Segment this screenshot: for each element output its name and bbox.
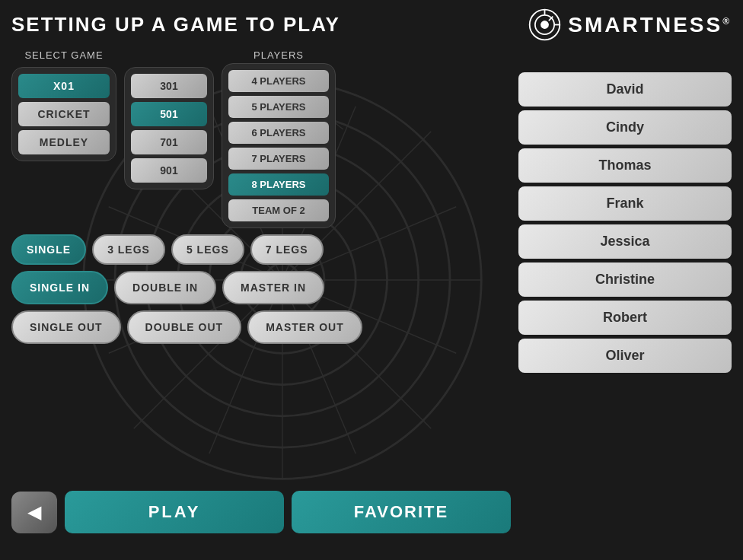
game-btn-cricket[interactable]: CRICKET — [18, 102, 110, 126]
player-count-5[interactable]: 5 PLAYERS — [228, 96, 329, 118]
game-type-section: SELECT GAME X01 CRICKET MEDLEY — [11, 49, 116, 161]
play-button[interactable]: PLAY — [65, 491, 284, 533]
left-panel: SELECT GAME X01 CRICKET MEDLEY 301 501 7… — [11, 49, 511, 533]
game-btn-x01[interactable]: X01 — [18, 74, 110, 98]
back-button[interactable]: ◀ — [11, 492, 57, 533]
out-master[interactable]: MASTER OUT — [247, 310, 362, 344]
player-christine[interactable]: Christine — [518, 262, 732, 297]
legs-single[interactable]: SINGLE — [11, 234, 86, 265]
player-count-8[interactable]: 8 PLAYERS — [228, 173, 329, 196]
legs-row: SINGLE 3 LEGS 5 LEGS 7 LEGS — [11, 234, 511, 265]
legs-5[interactable]: 5 LEGS — [171, 234, 244, 265]
players-panel: 4 PLAYERS 5 PLAYERS 6 PLAYERS 7 PLAYERS … — [222, 63, 336, 228]
legs-3[interactable]: 3 LEGS — [92, 234, 165, 265]
num-btn-501[interactable]: 501 — [131, 102, 207, 126]
page-title: SETTING UP A GAME TO PLAY — [11, 13, 340, 37]
out-double[interactable]: DOUBLE OUT — [127, 310, 242, 344]
logo-icon — [528, 8, 562, 42]
select-game-label: SELECT GAME — [24, 49, 103, 61]
player-count-team2[interactable]: TEAM OF 2 — [228, 199, 329, 221]
player-count-6[interactable]: 6 PLAYERS — [228, 122, 329, 144]
players-section: PLAYERS 4 PLAYERS 5 PLAYERS 6 PLAYERS 7 … — [222, 49, 336, 228]
player-oliver[interactable]: Oliver — [518, 339, 732, 373]
out-options-row: SINGLE OUT DOUBLE OUT MASTER OUT — [11, 310, 511, 344]
player-frank[interactable]: Frank — [518, 186, 732, 221]
logo: SMARTNESS® — [528, 8, 732, 42]
game-type-panel: X01 CRICKET MEDLEY — [11, 67, 116, 161]
legs-7[interactable]: 7 LEGS — [250, 234, 324, 265]
player-count-4[interactable]: 4 PLAYERS — [228, 70, 329, 92]
in-double[interactable]: DOUBLE IN — [114, 271, 216, 304]
logo-text: SMARTNESS® — [568, 13, 732, 37]
player-robert[interactable]: Robert — [518, 301, 732, 335]
player-count-7[interactable]: 7 PLAYERS — [228, 148, 329, 170]
favorite-button[interactable]: FAVORITE — [292, 491, 511, 533]
header: SETTING UP A GAME TO PLAY SMARTNESS® — [11, 8, 732, 42]
player-cindy[interactable]: Cindy — [518, 110, 732, 145]
game-number-panel: 301 501 701 901 — [124, 67, 214, 189]
in-options-row: SINGLE IN DOUBLE IN MASTER IN — [11, 271, 511, 304]
game-btn-medley[interactable]: MEDLEY — [18, 130, 110, 154]
svg-point-19 — [541, 21, 549, 29]
player-thomas[interactable]: Thomas — [518, 148, 732, 183]
out-single[interactable]: SINGLE OUT — [11, 310, 121, 344]
in-master[interactable]: MASTER IN — [222, 271, 324, 304]
bottom-buttons: ◀ PLAY FAVORITE — [11, 491, 511, 533]
num-btn-301[interactable]: 301 — [131, 74, 207, 98]
player-david[interactable]: David — [518, 72, 732, 107]
players-label: PLAYERS — [254, 49, 304, 61]
in-single[interactable]: SINGLE IN — [11, 271, 108, 304]
player-list-panel: David Cindy Thomas Frank Jessica Christi… — [518, 49, 732, 533]
main-layout: SELECT GAME X01 CRICKET MEDLEY 301 501 7… — [11, 49, 732, 533]
player-jessica[interactable]: Jessica — [518, 224, 732, 259]
game-number-section: 301 501 701 901 — [124, 49, 214, 189]
num-btn-901[interactable]: 901 — [131, 158, 207, 183]
number-label — [167, 49, 171, 61]
num-btn-701[interactable]: 701 — [131, 130, 207, 154]
